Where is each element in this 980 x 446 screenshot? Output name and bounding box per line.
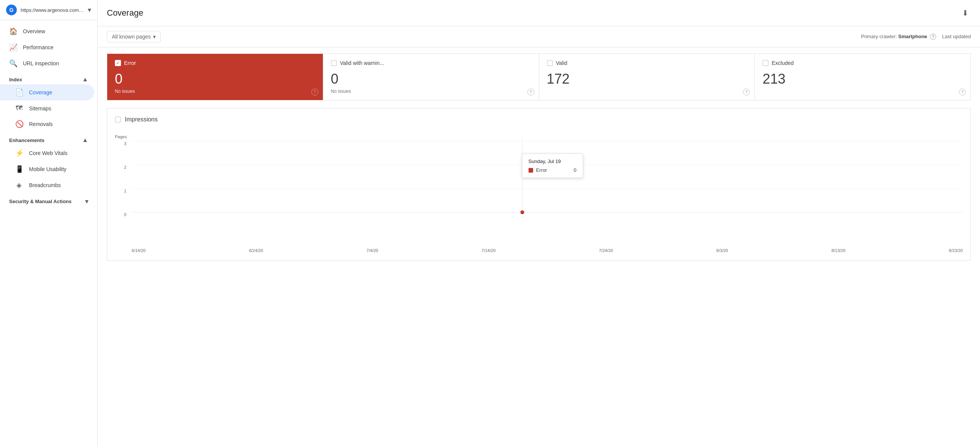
filter-dropdown-label: All known pages bbox=[112, 34, 151, 40]
chart-title: Impressions bbox=[125, 116, 158, 123]
filter-info: Primary crawler: Smartphone ? Last updat… bbox=[861, 34, 971, 40]
all-known-pages-dropdown[interactable]: All known pages ▾ bbox=[107, 31, 161, 42]
enhancements-section-label: Enhancements bbox=[9, 137, 44, 143]
excluded-checkbox[interactable] bbox=[762, 60, 769, 66]
excluded-status-card[interactable]: Excluded 213 ? bbox=[755, 54, 970, 100]
svg-point-5 bbox=[521, 210, 524, 214]
sidebar-item-core-web-vitals-label: Core Web Vitals bbox=[29, 150, 68, 156]
sitemaps-icon: 🗺 bbox=[15, 104, 23, 112]
sidebar-item-removals-label: Removals bbox=[29, 121, 53, 127]
error-status-card[interactable]: ✓ Error 0 No issues ? bbox=[107, 54, 323, 100]
sidebar-item-mobile-usability[interactable]: 📱 Mobile Usability bbox=[0, 161, 94, 177]
excluded-help-icon[interactable]: ? bbox=[959, 89, 966, 95]
security-section-chevron: ▾ bbox=[85, 198, 88, 205]
content-area: ✓ Error 0 No issues ? Valid with warnin.… bbox=[98, 47, 980, 446]
valid-count: 172 bbox=[547, 71, 747, 87]
page-title: Coverage bbox=[107, 8, 143, 18]
index-section-label: Index bbox=[9, 77, 22, 82]
coverage-icon: 📄 bbox=[15, 88, 23, 97]
y-tick-2: 2 bbox=[124, 165, 126, 170]
error-help-icon[interactable]: ? bbox=[311, 89, 318, 95]
last-updated-label: Last updated bbox=[942, 34, 971, 39]
sidebar-item-performance[interactable]: 📈 Performance bbox=[0, 39, 94, 55]
excluded-card-header: Excluded bbox=[762, 60, 963, 66]
valid-card-label: Valid bbox=[556, 60, 567, 66]
index-section-header[interactable]: Index ▲ bbox=[0, 71, 97, 84]
valid-warning-checkbox[interactable] bbox=[331, 60, 337, 66]
sidebar-item-overview-label: Overview bbox=[23, 28, 45, 34]
google-logo: G bbox=[6, 5, 17, 15]
sidebar-item-sitemaps[interactable]: 🗺 Sitemaps bbox=[0, 100, 94, 116]
valid-warning-status-card[interactable]: Valid with warnin... 0 No issues ? bbox=[323, 54, 539, 100]
chart-title-row: Impressions bbox=[115, 116, 963, 123]
valid-card-header: Valid bbox=[547, 60, 747, 66]
primary-crawler-label: Primary crawler: bbox=[861, 34, 897, 39]
security-section-header[interactable]: Security & Manual Actions ▾ bbox=[0, 193, 97, 207]
chart-container: Pages 3 2 1 0 bbox=[115, 131, 963, 253]
sidebar-item-breadcrumbs-label: Breadcrumbs bbox=[29, 182, 61, 188]
error-card-label: Error bbox=[124, 60, 136, 66]
y-tick-3: 3 bbox=[124, 141, 126, 146]
sidebar-item-url-inspection-label: URL inspection bbox=[23, 60, 59, 66]
performance-icon: 📈 bbox=[9, 43, 17, 52]
x-label-4: 7/24/20 bbox=[599, 248, 613, 253]
filter-bar: All known pages ▾ Primary crawler: Smart… bbox=[98, 26, 980, 47]
sidebar-item-core-web-vitals[interactable]: ⚡ Core Web Vitals bbox=[0, 145, 94, 161]
download-button[interactable]: ⬇ bbox=[960, 6, 971, 20]
valid-status-card[interactable]: Valid 172 ? bbox=[539, 54, 755, 100]
sidebar-nav: 🏠 Overview 📈 Performance 🔍 URL inspectio… bbox=[0, 20, 97, 210]
sidebar-item-breadcrumbs[interactable]: ◈ Breadcrumbs bbox=[0, 177, 94, 193]
excluded-count: 213 bbox=[762, 71, 963, 87]
valid-warning-card-header: Valid with warnin... bbox=[331, 60, 531, 66]
primary-crawler-value: Smartphone bbox=[898, 34, 927, 39]
property-url[interactable]: https://www.argenova.com.tr/ bbox=[21, 7, 84, 13]
sidebar-item-coverage[interactable]: 📄 Coverage bbox=[0, 84, 94, 100]
sidebar-item-overview[interactable]: 🏠 Overview bbox=[0, 23, 94, 39]
x-axis-labels: 6/14/20 6/24/20 7/4/20 7/14/20 7/24/20 8… bbox=[132, 248, 963, 253]
status-cards-row: ✓ Error 0 No issues ? Valid with warnin.… bbox=[107, 53, 971, 100]
property-dropdown-icon[interactable]: ▾ bbox=[88, 6, 91, 14]
core-web-vitals-icon: ⚡ bbox=[15, 149, 23, 157]
enhancements-section-header[interactable]: Enhancements ▲ bbox=[0, 132, 97, 145]
error-sub-label: No issues bbox=[115, 89, 315, 94]
sidebar-item-removals[interactable]: 🚫 Removals bbox=[0, 116, 94, 132]
valid-warning-help-icon[interactable]: ? bbox=[527, 89, 534, 95]
x-label-3: 7/14/20 bbox=[482, 248, 496, 253]
valid-checkbox[interactable] bbox=[547, 60, 553, 66]
filter-dropdown-icon: ▾ bbox=[153, 34, 156, 40]
enhancements-section-chevron: ▲ bbox=[82, 137, 88, 144]
valid-help-icon[interactable]: ? bbox=[743, 89, 750, 95]
excluded-card-label: Excluded bbox=[772, 60, 794, 66]
x-label-0: 6/14/20 bbox=[132, 248, 146, 253]
valid-warning-count: 0 bbox=[331, 71, 531, 87]
x-label-6: 8/13/20 bbox=[832, 248, 846, 253]
impressions-checkbox[interactable] bbox=[115, 116, 121, 123]
sidebar-item-url-inspection[interactable]: 🔍 URL inspection bbox=[0, 55, 94, 71]
security-section-label: Security & Manual Actions bbox=[9, 199, 72, 204]
error-card-header: ✓ Error bbox=[115, 60, 315, 66]
home-icon: 🏠 bbox=[9, 27, 17, 36]
main-content: Coverage ⬇ All known pages ▾ Primary cra… bbox=[98, 0, 980, 446]
valid-warning-sub-label: No issues bbox=[331, 89, 531, 94]
x-label-7: 8/23/20 bbox=[949, 248, 963, 253]
search-icon: 🔍 bbox=[9, 59, 17, 68]
x-label-2: 7/4/20 bbox=[366, 248, 378, 253]
sidebar-item-coverage-label: Coverage bbox=[29, 89, 52, 95]
y-tick-0: 0 bbox=[124, 212, 126, 217]
y-axis-label: Pages bbox=[115, 134, 127, 139]
crawler-help-icon[interactable]: ? bbox=[930, 34, 936, 40]
sidebar-item-mobile-usability-label: Mobile Usability bbox=[29, 166, 66, 172]
removals-icon: 🚫 bbox=[15, 120, 23, 128]
error-checkbox[interactable]: ✓ bbox=[115, 60, 121, 66]
sidebar-item-performance-label: Performance bbox=[23, 44, 53, 50]
x-label-1: 6/24/20 bbox=[249, 248, 263, 253]
sidebar-header: G https://www.argenova.com.tr/ ▾ bbox=[0, 0, 97, 20]
index-section-chevron: ▲ bbox=[82, 76, 88, 83]
breadcrumbs-icon: ◈ bbox=[15, 181, 23, 189]
page-header: Coverage ⬇ bbox=[98, 0, 980, 26]
error-count: 0 bbox=[115, 71, 315, 87]
valid-warning-card-label: Valid with warnin... bbox=[340, 60, 384, 66]
sidebar: G https://www.argenova.com.tr/ ▾ 🏠 Overv… bbox=[0, 0, 98, 446]
y-tick-1: 1 bbox=[124, 189, 126, 193]
header-actions: ⬇ bbox=[960, 6, 971, 20]
